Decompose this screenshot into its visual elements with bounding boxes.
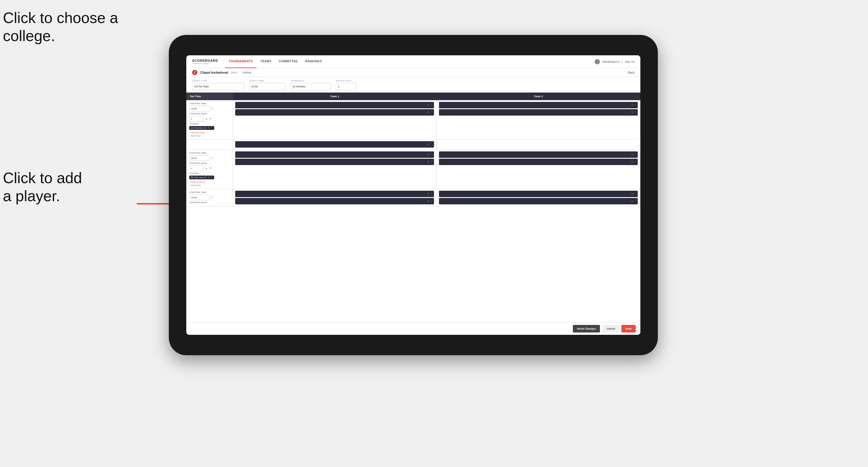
nav-avatar xyxy=(595,59,600,64)
player-row-1-1[interactable]: ✕ ⌃ xyxy=(235,102,434,108)
save-button[interactable]: Save xyxy=(621,325,636,333)
team2-col-3: ✕ ⌃ ✕ ⌃ xyxy=(437,189,640,206)
sub-header: C Clippd Invitational (Men) Hosting Back xyxy=(186,68,640,77)
group-size-select[interactable]: 3 xyxy=(336,83,356,90)
course-tag-expand-1[interactable]: ⌃ xyxy=(211,127,213,129)
player-row-6-1[interactable]: ✕ ⌃ xyxy=(439,191,638,197)
player-expand-5-2[interactable]: ⌃ xyxy=(431,200,433,203)
starting-hole-label-1: STARTING HOLE: xyxy=(189,113,230,115)
player-row-4-1[interactable]: ✕ ⌃ xyxy=(439,151,638,158)
nav-tab-tournaments[interactable]: TOURNAMENTS xyxy=(225,55,256,68)
start-time-input[interactable] xyxy=(249,83,286,90)
tablet-screen: SCOREBOARD Powered by clippd TOURNAMENTS… xyxy=(186,55,640,335)
starting-hole-field-2: ▲ ▼ xyxy=(189,165,230,171)
player-remove-1-1[interactable]: ✕ xyxy=(427,104,430,106)
nav-logo-sub: Powered by clippd xyxy=(192,62,218,64)
course-tag-1[interactable]: (A) Peachtree GC ✕ ⌃ xyxy=(189,126,214,130)
team1-col-3: ✕ ⌃ ✕ ⌃ xyxy=(233,189,437,206)
nav-tab-teams[interactable]: TEAMS xyxy=(257,55,275,68)
hole-stepper-down-2[interactable]: ▼ xyxy=(209,167,212,170)
intervals-select[interactable]: 10 Minutes xyxy=(290,83,331,90)
starting-time-input-2[interactable] xyxy=(189,155,210,161)
course-player-remove-1[interactable]: ✕ xyxy=(427,143,430,146)
player-remove-6-1[interactable]: ✕ xyxy=(631,192,633,195)
starting-time-label-2: STARTING TIME: xyxy=(189,152,230,154)
start-time-group: Start Time xyxy=(249,80,286,90)
player-expand-5-1[interactable]: ⌃ xyxy=(431,192,433,195)
starting-time-label-1: STARTING TIME: xyxy=(189,102,230,104)
hole-stepper-up-1[interactable]: ▲ xyxy=(205,117,208,120)
player-remove-5-2[interactable]: ✕ xyxy=(427,200,430,203)
nav-tab-rankings[interactable]: RANKINGS xyxy=(302,55,326,68)
start-type-label: Start Type xyxy=(192,80,245,82)
player-expand-2-1[interactable]: ⌃ xyxy=(634,104,637,106)
starting-time-input-3[interactable] xyxy=(189,194,210,200)
player-row-6-2[interactable]: ✕ ⌃ xyxy=(439,198,638,205)
player-expand-6-2[interactable]: ⌃ xyxy=(634,200,637,203)
remove-group-link-1[interactable]: ○ Remove Group xyxy=(189,132,205,134)
player-row-2-2[interactable]: ✕ ⌃ xyxy=(439,109,638,116)
player-row-5-1[interactable]: ✕ ⌃ xyxy=(235,191,434,197)
player-remove-6-2[interactable]: ✕ xyxy=(631,200,633,203)
cancel-button[interactable]: Cancel xyxy=(602,325,619,333)
starting-hole-input-1[interactable] xyxy=(189,116,204,122)
player-expand-2-2[interactable]: ⌃ xyxy=(634,111,637,114)
hole-stepper-down-1[interactable]: ▼ xyxy=(209,117,212,120)
annotation-choose-college: Click to choose a college. xyxy=(3,9,118,45)
player-remove-3-1[interactable]: ✕ xyxy=(427,153,430,156)
course-tag-remove-2[interactable]: ✕ xyxy=(208,176,210,179)
team1-col-1: ✕ ⌃ ✕ ⌃ xyxy=(233,100,437,139)
player-remove-1-2[interactable]: ✕ xyxy=(427,111,430,114)
course-tag-remove-1[interactable]: ✕ xyxy=(208,127,210,129)
nav-sign-out[interactable]: Sign out xyxy=(625,60,634,63)
player-expand-3-2[interactable]: ⌃ xyxy=(431,160,433,163)
player-row-5-2[interactable]: ✕ ⌃ xyxy=(235,198,434,205)
course-player-row-1[interactable]: ✕ ⌃ xyxy=(235,141,434,148)
player-row-1-2[interactable]: ✕ ⌃ xyxy=(235,109,434,116)
start-type-select[interactable]: 1st Tee Start xyxy=(192,83,245,90)
form-row: Start Type 1st Tee Start Start Time Inte… xyxy=(186,77,640,93)
player-expand-3-1[interactable]: ⌃ xyxy=(431,153,433,156)
add-group-link-1[interactable]: + Add Group xyxy=(189,135,201,137)
col-team1: Team 1 xyxy=(233,93,437,100)
course-tag-expand-2[interactable]: ⌃ xyxy=(211,176,213,179)
player-row-3-1[interactable]: ✕ ⌃ xyxy=(235,151,434,158)
player-expand-1-2[interactable]: ⌃ xyxy=(431,111,433,114)
course-tag-2[interactable]: 🌳 East Lake GC ✕ ⌃ xyxy=(189,176,214,179)
sub-title: Clippd Invitational xyxy=(200,71,228,74)
player-remove-2-1[interactable]: ✕ xyxy=(631,104,633,106)
tee-time-left-2: STARTING TIME: ⏱ STARTING HOLE: ▲ ▼ COUR… xyxy=(186,150,233,189)
player-remove-3-2[interactable]: ✕ xyxy=(427,160,430,163)
player-expand-4-1[interactable]: ⌃ xyxy=(634,153,637,156)
player-row-4-2[interactable]: ✕ ⌃ xyxy=(439,159,638,165)
player-row-3-2[interactable]: ✕ ⌃ xyxy=(235,159,434,165)
clock-icon-1: ⏱ xyxy=(211,107,214,110)
course-tag-text-2: East Lake GC xyxy=(194,177,207,179)
player-expand-1-1[interactable]: ⌃ xyxy=(431,104,433,106)
starting-time-field-1: ⏱ xyxy=(189,106,230,112)
hole-stepper-up-2[interactable]: ▲ xyxy=(205,167,208,170)
back-button[interactable]: Back xyxy=(628,71,634,74)
add-group-link-2[interactable]: + Add Group xyxy=(189,184,201,186)
starting-hole-input-2[interactable] xyxy=(189,165,204,171)
intervals-label: Intervals xyxy=(290,80,331,82)
remove-group-row-1: ○ Remove Group xyxy=(189,132,230,134)
player-remove-2-2[interactable]: ✕ xyxy=(631,111,633,114)
nav-tab-committee[interactable]: COMMITTEE xyxy=(275,55,301,68)
nav-bar: SCOREBOARD Powered by clippd TOURNAMENTS… xyxy=(186,55,640,68)
course-player-expand-1[interactable]: ⌃ xyxy=(431,143,433,146)
player-row-2-1[interactable]: ✕ ⌃ xyxy=(439,102,638,108)
player-expand-4-2[interactable]: ⌃ xyxy=(634,160,637,163)
starting-time-input-1[interactable] xyxy=(189,106,210,112)
add-group-row-1: + Add Group xyxy=(189,135,230,137)
player-remove-5-1[interactable]: ✕ xyxy=(427,192,430,195)
reset-button[interactable]: Reset Changes xyxy=(573,325,600,333)
group-size-group: Group Size 3 xyxy=(336,80,356,90)
player-expand-6-1[interactable]: ⌃ xyxy=(634,192,637,195)
bottom-bar: Reset Changes Cancel Save xyxy=(186,322,640,335)
player-remove-4-2[interactable]: ✕ xyxy=(631,160,633,163)
starting-time-field-3: ⏱ xyxy=(189,194,230,200)
clock-icon-2: ⏱ xyxy=(211,157,214,160)
remove-group-link-2[interactable]: ○ Remove Group xyxy=(189,181,205,183)
player-remove-4-1[interactable]: ✕ xyxy=(631,153,633,156)
